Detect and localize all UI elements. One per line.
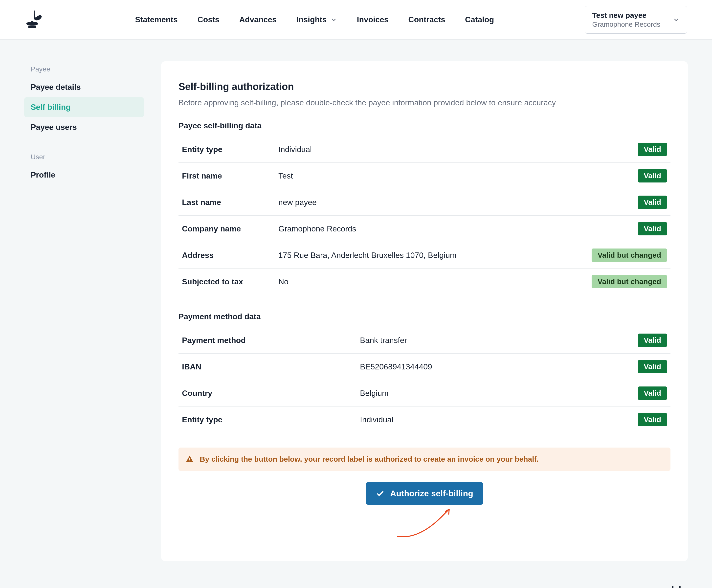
gramophone-logo-icon xyxy=(25,9,44,29)
svg-rect-3 xyxy=(189,458,190,460)
table-row: First name Test Valid xyxy=(178,163,670,189)
warning-alert: By clicking the button below, your recor… xyxy=(178,447,670,471)
table-row: Entity type Individual Valid xyxy=(178,136,670,163)
account-dropdown[interactable]: Test new payee Gramophone Records xyxy=(585,6,687,34)
nav-insights-label: Insights xyxy=(297,15,327,24)
status-badge: Valid xyxy=(638,195,667,209)
logo[interactable] xyxy=(25,9,44,30)
status-badge: Valid but changed xyxy=(591,275,667,288)
row-label: First name xyxy=(182,171,278,181)
row-label: Entity type xyxy=(182,415,360,424)
nav-contracts[interactable]: Contracts xyxy=(408,15,445,24)
row-value: Individual xyxy=(360,415,638,424)
footer-copyright: © 2023 Eddy. All rights reserved. xyxy=(25,587,125,588)
payee-data-table: Entity type Individual Valid First name … xyxy=(178,136,670,295)
authorize-button-label: Authorize self-billing xyxy=(390,489,473,498)
row-value: Individual xyxy=(278,145,638,154)
row-label: Entity type xyxy=(182,145,278,154)
row-value: Gramophone Records xyxy=(278,224,638,233)
row-value: No xyxy=(278,277,591,286)
button-wrap: Authorize self-billing xyxy=(178,482,670,505)
status-badge: Valid xyxy=(638,143,667,156)
status-badge: Valid xyxy=(638,334,667,347)
row-value: Test xyxy=(278,171,638,181)
row-label: Country xyxy=(182,389,360,398)
row-value: 175 Rue Bara, Anderlecht Bruxelles 1070,… xyxy=(278,251,591,260)
warning-icon xyxy=(186,455,194,463)
alert-text: By clicking the button below, your recor… xyxy=(200,455,539,463)
row-label: Company name xyxy=(182,224,278,233)
table-row: IBAN BE52068941344409 Valid xyxy=(178,354,670,380)
row-label: Payment method xyxy=(182,336,360,345)
row-label: Address xyxy=(182,251,278,260)
row-value: Belgium xyxy=(360,389,638,398)
payment-data-heading: Payment method data xyxy=(178,312,670,321)
account-sub: Gramophone Records xyxy=(592,21,660,28)
svg-rect-1 xyxy=(31,21,33,24)
table-row: Address 175 Rue Bara, Anderlecht Bruxell… xyxy=(178,242,670,269)
row-label: Subjected to tax xyxy=(182,277,278,286)
account-dropdown-text: Test new payee Gramophone Records xyxy=(592,11,660,28)
nav-catalog[interactable]: Catalog xyxy=(465,15,494,24)
app-header: Statements Costs Advances Insights Invoi… xyxy=(0,0,712,40)
status-badge: Valid xyxy=(638,360,667,373)
row-label: IBAN xyxy=(182,362,360,371)
nav-insights[interactable]: Insights xyxy=(297,15,337,24)
row-value: new payee xyxy=(278,198,638,207)
authorize-button[interactable]: Authorize self-billing xyxy=(366,482,483,505)
nav-invoices[interactable]: Invoices xyxy=(357,15,389,24)
main-card: Self-billing authorization Before approv… xyxy=(161,61,688,561)
table-row: Company name Gramophone Records Valid xyxy=(178,216,670,242)
table-row: Country Belgium Valid xyxy=(178,380,670,406)
powered-by: Powered by eddy xyxy=(635,584,687,588)
sidebar-item-payee-users[interactable]: Payee users xyxy=(24,117,144,137)
footer: © 2023 Eddy. All rights reserved. Powere… xyxy=(0,571,712,588)
chevron-down-icon xyxy=(673,16,679,23)
arrow-annotation xyxy=(178,502,670,539)
main-nav: Statements Costs Advances Insights Invoi… xyxy=(135,15,494,24)
page-body: Payee Payee details Self billing Payee u… xyxy=(0,40,712,561)
table-row: Subjected to tax No Valid but changed xyxy=(178,269,670,295)
sidebar: Payee Payee details Self billing Payee u… xyxy=(24,61,144,185)
nav-statements[interactable]: Statements xyxy=(135,15,178,24)
row-label: Last name xyxy=(182,198,278,207)
arrow-icon xyxy=(385,502,464,539)
page-description: Before approving self-billing, please do… xyxy=(178,98,670,107)
nav-advances[interactable]: Advances xyxy=(239,15,277,24)
payment-data-table: Payment method Bank transfer Valid IBAN … xyxy=(178,327,670,433)
sidebar-item-payee-details[interactable]: Payee details xyxy=(24,77,144,97)
nav-costs[interactable]: Costs xyxy=(197,15,219,24)
page-title: Self-billing authorization xyxy=(178,81,670,92)
sidebar-section-payee: Payee xyxy=(24,61,144,77)
svg-rect-2 xyxy=(28,25,36,28)
sidebar-item-self-billing[interactable]: Self billing xyxy=(24,97,144,117)
payee-data-heading: Payee self-billing data xyxy=(178,121,670,130)
status-badge: Valid xyxy=(638,386,667,400)
sidebar-item-profile[interactable]: Profile xyxy=(24,165,144,185)
status-badge: Valid xyxy=(638,169,667,183)
check-icon xyxy=(376,489,385,498)
table-row: Entity type Individual Valid xyxy=(178,406,670,433)
row-value: Bank transfer xyxy=(360,336,638,345)
svg-rect-4 xyxy=(189,461,190,461)
row-value: BE52068941344409 xyxy=(360,362,638,371)
status-badge: Valid but changed xyxy=(591,249,667,262)
powered-logo: eddy xyxy=(660,584,687,588)
status-badge: Valid xyxy=(638,413,667,426)
table-row: Last name new payee Valid xyxy=(178,189,670,216)
account-name: Test new payee xyxy=(592,11,660,20)
chevron-down-icon xyxy=(330,16,337,23)
sidebar-section-user: User xyxy=(24,149,144,165)
status-badge: Valid xyxy=(638,222,667,235)
table-row: Payment method Bank transfer Valid xyxy=(178,327,670,354)
